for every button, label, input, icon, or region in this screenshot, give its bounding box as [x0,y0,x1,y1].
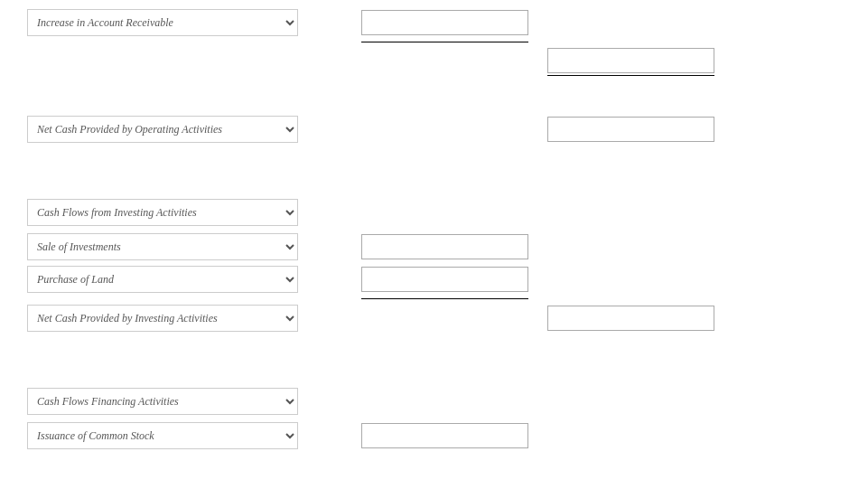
underline-ar [361,42,528,42]
row-net-cash-operating: Net Cash Provided by Operating Activitie… [27,116,841,143]
input-purchase-land[interactable] [361,267,528,292]
row-increase-ar: Increase in Account Receivable [27,9,841,36]
dropdown-net-cash-investing[interactable]: Net Cash Provided by Investing Activitie… [27,305,298,332]
dropdown-sale-investments[interactable]: Sale of Investments [27,233,298,260]
dropdown-net-cash-operating[interactable]: Net Cash Provided by Operating Activitie… [27,116,298,143]
input-ar-value[interactable] [361,10,528,35]
dropdown-increase-ar[interactable]: Increase in Account Receivable [27,9,298,36]
input-second-right[interactable] [547,48,714,73]
input-issuance-stock[interactable] [361,423,528,448]
input-operating-net[interactable] [547,117,714,142]
row-purchase-land: Purchase of Land [27,266,841,293]
underline-purchase-land [361,298,528,299]
row-issuance-common-stock: Issuance of Common Stock [27,422,841,449]
dropdown-cash-flows-investing[interactable]: Cash Flows from Investing Activities [27,199,298,226]
dropdown-cash-flows-financing[interactable]: Cash Flows Financing Activities [27,388,298,415]
row-cash-flows-financing-heading: Cash Flows Financing Activities [27,388,841,415]
row-cash-flows-investing-heading: Cash Flows from Investing Activities [27,199,841,226]
row-net-cash-investing: Net Cash Provided by Investing Activitie… [27,305,841,332]
form-container: Increase in Account Receivable Net Cash … [0,0,868,464]
row-second-right [27,48,714,73]
dropdown-purchase-land[interactable]: Purchase of Land [27,266,298,293]
input-investing-net[interactable] [547,306,714,331]
underline-second-right [547,75,714,76]
dropdown-issuance-common-stock[interactable]: Issuance of Common Stock [27,422,298,449]
input-sale-investments[interactable] [361,234,528,259]
row-sale-investments: Sale of Investments [27,233,841,260]
